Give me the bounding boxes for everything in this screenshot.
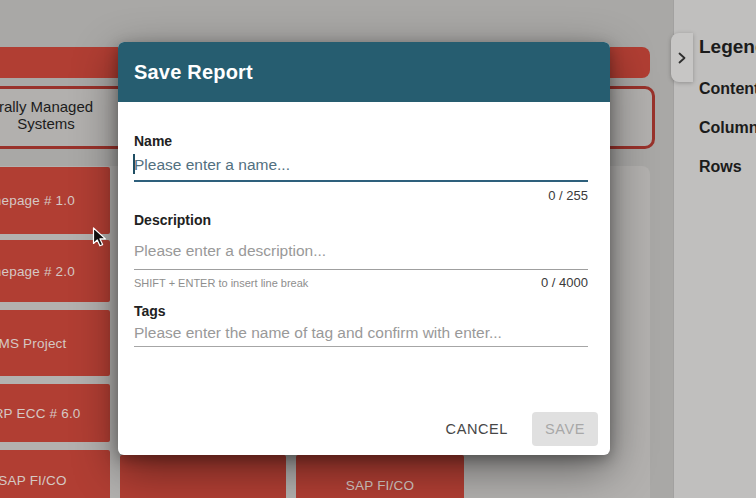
text-caret	[133, 154, 135, 174]
name-input[interactable]	[134, 150, 588, 182]
legend-section-columns: Columns	[699, 119, 756, 137]
grid-cell-ms-project[interactable]: MS Project	[0, 310, 110, 376]
managed-systems-label: rally Managed Systems	[0, 98, 119, 132]
description-hint: SHIFT + ENTER to insert line break	[134, 277, 308, 289]
dialog-header: Save Report	[118, 42, 610, 102]
save-button[interactable]: SAVE	[532, 412, 598, 446]
name-label: Name	[134, 133, 172, 149]
grid-cell-erp-ecc[interactable]: ERP ECC # 6.0	[0, 384, 110, 442]
legend-title: Legend	[699, 36, 756, 58]
description-char-counter: 0 / 4000	[541, 275, 588, 290]
tags-label: Tags	[134, 303, 166, 319]
sidebar-collapse-button[interactable]	[671, 33, 693, 82]
app-screen: rally Managed Systems mepage # 1.0 mepag…	[0, 0, 756, 498]
cell-label: MS Project	[0, 336, 67, 351]
dialog-actions: CANCEL SAVE	[432, 411, 598, 447]
grid-cell-bottom-blank[interactable]	[120, 455, 286, 498]
cell-label: SAP FI/CO	[346, 478, 414, 493]
cell-label: mepage # 1.0	[0, 193, 75, 208]
mouse-cursor	[92, 227, 108, 253]
grid-cell-homepage-1[interactable]: mepage # 1.0	[0, 167, 110, 234]
cell-label: mepage # 2.0	[0, 264, 75, 279]
description-input[interactable]	[134, 232, 588, 270]
cancel-button[interactable]: CANCEL	[432, 413, 522, 445]
legend-section-rows: Rows	[699, 158, 742, 176]
cell-label: SAP FI/CO	[0, 473, 67, 488]
tags-input[interactable]	[134, 319, 588, 347]
dialog-title: Save Report	[134, 61, 253, 84]
grid-cell-sap-fico-left[interactable]: SAP FI/CO	[0, 450, 110, 498]
save-report-dialog: Save Report Name 0 / 255 Description SHI…	[118, 42, 610, 455]
chevron-right-icon	[677, 52, 687, 64]
description-label: Description	[134, 212, 211, 228]
grid-cell-sap-fico-bottom[interactable]: SAP FI/CO	[296, 455, 464, 498]
legend-section-content: Content	[699, 80, 756, 98]
cell-label: ERP ECC # 6.0	[0, 406, 81, 421]
name-char-counter: 0 / 255	[548, 188, 588, 203]
